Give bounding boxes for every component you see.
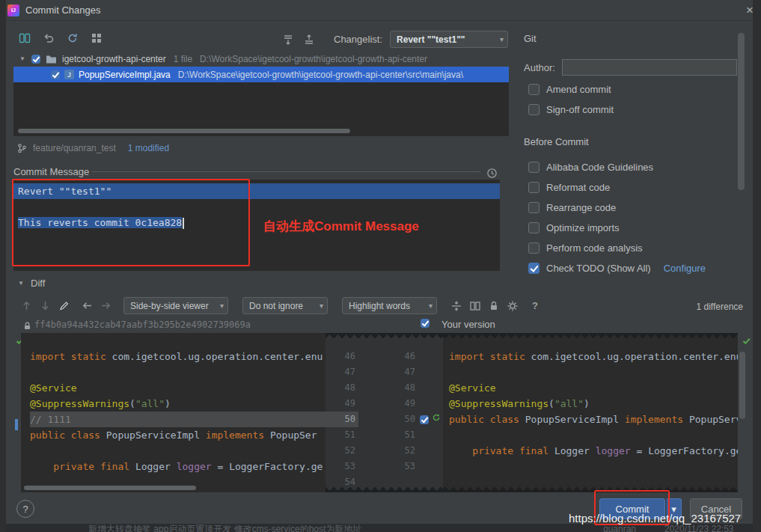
file-path: D:\WorkSpace\igetcool-growth\igetcool-gr…	[178, 70, 463, 80]
diff-right-pane[interactable]: import static com.igetcool.ug.operation.…	[443, 333, 738, 492]
code-token: PopupServ	[689, 414, 738, 425]
before-commit-option[interactable]: Check TODO (Show All)Configure	[528, 258, 706, 278]
back-icon[interactable]	[80, 299, 94, 313]
code-line: public class PopupServiceImpl implements…	[30, 427, 326, 443]
checkbox[interactable]	[528, 182, 540, 193]
intellij-logo-icon: IJ	[7, 4, 19, 16]
annotation-text: 自动生成Commit Message	[263, 218, 419, 235]
difference-count: 1 difference	[697, 302, 744, 312]
code-token: logger	[177, 461, 218, 472]
chevron-down-icon[interactable]: ▼	[18, 55, 27, 62]
author-input[interactable]	[562, 59, 737, 76]
diff-right-vertical-scrollbar[interactable]	[739, 352, 745, 419]
file-checkbox[interactable]	[51, 70, 60, 79]
module-file-count: 1 file	[174, 54, 192, 64]
git-section-title: Git	[524, 33, 537, 44]
group-by-icon[interactable]	[90, 31, 103, 45]
code-line: private final Logger logger = LoggerFact…	[30, 459, 326, 474]
module-checkbox[interactable]	[31, 55, 40, 64]
checkbox-label: Rearrange code	[546, 202, 616, 213]
code-line: import static com.igetcool.ug.operation.…	[449, 349, 738, 364]
tree-row-file[interactable]: J PopupServiceImpl.java D:\WorkSpace\ige…	[13, 67, 509, 82]
before-commit-option[interactable]: Optimize imports	[528, 218, 706, 238]
highlight-mode-dropdown[interactable]: Highlight words ▾	[342, 297, 437, 314]
help-button[interactable]: ?	[16, 500, 34, 518]
collapse-unchanged-icon[interactable]	[450, 299, 463, 313]
previous-difference-icon[interactable]	[19, 299, 33, 313]
checkbox[interactable]	[528, 202, 540, 213]
diff-gutter-rows: 4646474748484949505051515252535354	[326, 333, 443, 490]
background-task-text: 新增大转盘抽奖 app启动页置顶开发 修改cms-service的host为新地…	[88, 524, 361, 532]
diff-toolbar: Side-by-side viewer ▾ Do not ignore ▾ Hi…	[19, 297, 538, 314]
code-token: implements	[206, 429, 270, 441]
change-actions-icon[interactable]	[432, 412, 441, 427]
refresh-icon[interactable]	[66, 31, 79, 45]
code-line: import static com.igetcool.ug.operation.…	[30, 349, 326, 364]
next-difference-icon[interactable]	[38, 299, 52, 313]
diff-left-pane[interactable]: import static com.igetcool.ug.operation.…	[21, 333, 326, 492]
changelist-label: Changelist:	[334, 34, 382, 45]
help-icon[interactable]: ?	[532, 300, 538, 311]
code-token: = LoggerFactory.ge	[217, 461, 323, 472]
before-commit-option[interactable]: Reformat code	[528, 177, 706, 198]
include-change-checkbox[interactable]	[420, 415, 429, 424]
configure-link[interactable]: Configure	[664, 263, 706, 274]
checkbox[interactable]	[528, 242, 540, 254]
right-line-number: 51	[400, 427, 415, 443]
edit-source-icon[interactable]	[57, 299, 70, 313]
commit-changes-dialog: IJ Commit Changes × Changelist: Revert "…	[0, 0, 761, 532]
gutter-row: 4949	[326, 396, 443, 412]
show-diff-icon[interactable]	[18, 31, 31, 45]
title-bar: IJ Commit Changes ×	[0, 0, 761, 21]
right-line-number: 50	[400, 412, 415, 427]
code-token: (	[548, 398, 554, 409]
changelist-dropdown[interactable]: Revert ""test1"" ▾	[390, 31, 508, 48]
viewer-mode-dropdown[interactable]: Side-by-side viewer ▾	[123, 297, 228, 314]
right-line-number: 53	[400, 459, 415, 474]
collapsed-lines-tear	[326, 333, 443, 341]
checkbox[interactable]	[528, 263, 540, 274]
read-only-lock-icon	[20, 319, 34, 332]
code-token	[449, 445, 472, 456]
chevron-down-icon[interactable]: ▼	[16, 280, 25, 287]
ignore-mode-dropdown[interactable]: Do not ignore ▾	[242, 297, 328, 314]
diff-left-horizontal-scrollbar[interactable]	[24, 486, 196, 490]
settings-gear-icon[interactable]	[506, 299, 519, 313]
left-line-number: 52	[326, 443, 358, 459]
collapse-all-icon[interactable]	[302, 33, 316, 46]
right-line-number: 52	[400, 443, 415, 459]
synchronize-panes-icon[interactable]	[468, 299, 482, 313]
code-line	[449, 459, 738, 474]
tree-horizontal-scrollbar[interactable]	[18, 129, 350, 133]
lock-icon[interactable]	[487, 299, 501, 313]
diff-section-header[interactable]: ▼ Diff	[16, 278, 45, 289]
tree-row-module[interactable]: ▼ igetcool-growth-api-center 1 file D:\W…	[13, 51, 509, 67]
annotation-box-commit-message	[12, 179, 250, 266]
rollback-icon[interactable]	[42, 31, 55, 45]
include-version-checkbox[interactable]	[421, 319, 430, 328]
changelist-value: Revert ""test1""	[397, 34, 465, 45]
expand-all-icon[interactable]	[281, 33, 295, 46]
branch-row: feature/quanran_test 1 modified	[16, 141, 169, 155]
checkbox[interactable]	[528, 162, 540, 173]
code-line: public class PopupServiceImpl implements…	[449, 412, 738, 427]
author-label: Author:	[524, 62, 555, 73]
before-commit-option[interactable]: Perform code analysis	[528, 238, 706, 258]
amend-commit-option[interactable]: Amend commit	[528, 84, 611, 95]
code-line: @SuppressWarnings("all")	[449, 396, 738, 412]
history-icon[interactable]	[485, 166, 498, 180]
changed-files-tree[interactable]: ▼ igetcool-growth-api-center 1 file D:\W…	[13, 51, 509, 136]
signoff-commit-checkbox[interactable]	[528, 104, 540, 115]
checkbox[interactable]	[528, 222, 540, 233]
before-commit-option[interactable]: Alibaba Code Guidelines	[528, 157, 706, 177]
panel-vertical-scrollbar[interactable]	[738, 33, 745, 190]
code-line	[449, 364, 738, 380]
code-token: PopupServiceImpl	[106, 429, 206, 441]
signoff-commit-option[interactable]: Sign-off commit	[528, 104, 614, 115]
module-path: D:\WorkSpace\igetcool-growth\igetcool-gr…	[200, 54, 427, 64]
amend-commit-checkbox[interactable]	[528, 84, 540, 95]
code-token: @Service	[449, 382, 496, 394]
module-name: igetcool-growth-api-center	[62, 54, 166, 64]
before-commit-option[interactable]: Rearrange code	[528, 198, 706, 218]
forward-icon[interactable]	[99, 299, 112, 313]
